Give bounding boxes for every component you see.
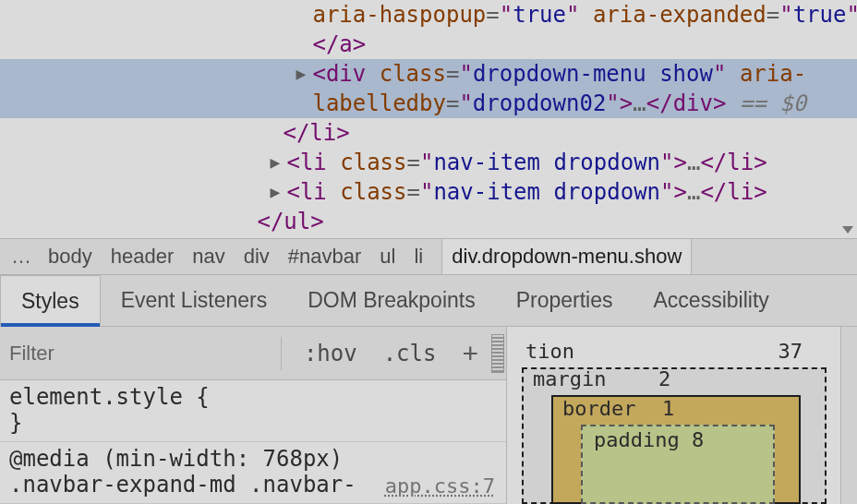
padding-label: padding: [594, 428, 680, 451]
styles-filter-input[interactable]: [0, 342, 272, 366]
tab-styles[interactable]: Styles: [0, 275, 101, 326]
dollar-zero: == $0: [740, 90, 806, 116]
attr-value: dropdown02: [473, 90, 607, 116]
breadcrumb-item[interactable]: ul: [380, 245, 414, 269]
dom-line[interactable]: </a>: [0, 30, 857, 59]
tab-dom-breakpoints[interactable]: DOM Breakpoints: [287, 275, 496, 326]
expand-icon[interactable]: ▶: [296, 59, 312, 89]
dom-tree-panel[interactable]: aria-haspopup="true" aria-expanded="true…: [0, 0, 857, 238]
box-model-panel: tion 37 margin 2 border 1 padding 8: [506, 327, 857, 504]
attr-name: aria-expanded: [593, 2, 766, 28]
attr-value: true: [513, 2, 566, 28]
border-label: border: [562, 397, 635, 420]
new-style-rule-button[interactable]: +: [449, 340, 491, 367]
open-tag: div: [326, 61, 366, 87]
attr-name: aria-haspopup: [312, 2, 486, 28]
open-tag: li: [300, 179, 327, 205]
overlay-cutout: [0, 380, 506, 450]
close-tag: li: [727, 150, 754, 175]
dom-line[interactable]: aria-haspopup="true" aria-expanded="true…: [0, 0, 857, 30]
dom-line-selected[interactable]: ▶<div class="dropdown-menu show" aria-: [0, 59, 857, 89]
tab-event-listeners[interactable]: Event Listeners: [101, 275, 288, 326]
tab-properties[interactable]: Properties: [496, 275, 634, 326]
dom-line-selected[interactable]: labelledby="dropdown02">…</div> == $0: [0, 89, 857, 118]
attr-name: class: [340, 150, 406, 175]
attr-value: dropdown-menu show: [473, 61, 713, 87]
margin-label: margin: [533, 367, 606, 390]
breadcrumb-item[interactable]: body: [48, 245, 111, 269]
padding-value[interactable]: 8: [692, 428, 704, 451]
separator: [281, 337, 282, 370]
svg-marker-0: [842, 226, 853, 234]
box-model-padding[interactable]: padding 8: [581, 425, 775, 504]
scroll-down-icon[interactable]: [839, 222, 857, 238]
breadcrumb-item[interactable]: nav: [192, 245, 243, 269]
attr-name: class: [380, 61, 446, 87]
open-tag: li: [300, 150, 327, 175]
attr-value: nav-item dropdown: [433, 150, 660, 175]
dom-line[interactable]: ▶<li class="nav-item dropdown">…</li>: [0, 177, 857, 207]
toolbar-grip-icon: [491, 334, 504, 373]
box-model-margin[interactable]: margin 2 border 1 padding 8: [522, 367, 827, 504]
dom-line[interactable]: </ul>: [0, 207, 857, 236]
cls-toggle[interactable]: .cls: [370, 341, 450, 366]
close-tag: div: [673, 90, 713, 116]
close-tag: li: [727, 179, 754, 205]
border-value[interactable]: 1: [662, 397, 674, 420]
close-tag: ul: [284, 209, 310, 234]
hov-toggle[interactable]: :hov: [291, 341, 370, 366]
expand-icon[interactable]: ▶: [270, 177, 286, 207]
position-label: tion: [525, 340, 574, 363]
rule-selector[interactable]: .navbar-expand-md .navbar-: [9, 472, 356, 498]
close-tag: li: [309, 120, 336, 146]
box-model-position: tion 37: [525, 340, 803, 363]
breadcrumb: … body header nav div #navbar ul li div.…: [0, 238, 857, 275]
breadcrumb-ellipsis[interactable]: …: [0, 245, 48, 269]
attr-name: class: [340, 179, 406, 205]
styles-toolbar: :hov .cls +: [0, 327, 506, 380]
breadcrumb-item[interactable]: div: [244, 245, 288, 269]
position-value[interactable]: 37: [779, 340, 803, 363]
tab-accessibility[interactable]: Accessibility: [634, 275, 790, 326]
scrollbar[interactable]: [840, 327, 857, 504]
dom-line[interactable]: </li>: [0, 118, 857, 148]
expand-icon[interactable]: ▶: [270, 148, 286, 177]
close-tag: a: [339, 31, 352, 57]
dom-line[interactable]: ▶<li class="nav-item dropdown">…</li>: [0, 148, 857, 177]
margin-value[interactable]: 2: [658, 367, 670, 390]
breadcrumb-item[interactable]: header: [111, 245, 193, 269]
style-rule[interactable]: @media (min-width: 768px) .navbar-expand…: [0, 442, 506, 504]
breadcrumb-item-selected[interactable]: div.dropdown-menu.show: [441, 239, 692, 274]
breadcrumb-item[interactable]: #navbar: [288, 245, 380, 269]
box-model-border[interactable]: border 1 padding 8: [551, 395, 801, 504]
attr-value: nav-item dropdown: [433, 179, 660, 205]
sidebar-tabs: Styles Event Listeners DOM Breakpoints P…: [0, 275, 857, 327]
attr-name: labelledby: [312, 90, 446, 116]
attr-value: true: [793, 2, 847, 28]
breadcrumb-item[interactable]: li: [414, 245, 441, 269]
attr-name: aria-: [740, 61, 806, 87]
rule-source-link[interactable]: app.css:7: [385, 474, 495, 498]
